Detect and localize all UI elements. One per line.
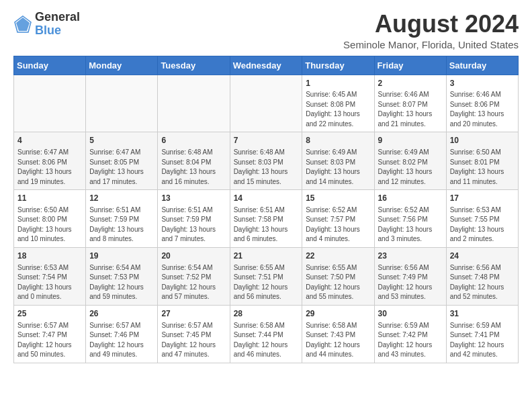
weekday-header-monday: Monday xyxy=(86,56,158,75)
calendar-cell: 11Sunrise: 6:50 AMSunset: 8:00 PMDayligh… xyxy=(14,190,86,248)
day-number: 6 xyxy=(161,135,226,146)
calendar-cell: 2Sunrise: 6:46 AMSunset: 8:07 PMDaylight… xyxy=(374,75,446,132)
calendar-cell: 18Sunrise: 6:53 AMSunset: 7:54 PMDayligh… xyxy=(14,247,86,305)
day-number: 4 xyxy=(17,135,82,146)
location-subtitle: Seminole Manor, Florida, United States xyxy=(343,39,519,50)
week-row-2: 4Sunrise: 6:47 AMSunset: 8:06 PMDaylight… xyxy=(14,132,519,190)
calendar-cell: 26Sunrise: 6:57 AMSunset: 7:46 PMDayligh… xyxy=(86,305,158,363)
logo: General Blue xyxy=(13,11,80,38)
day-number: 5 xyxy=(89,135,154,146)
day-info: Sunrise: 6:50 AMSunset: 8:00 PMDaylight:… xyxy=(17,205,82,244)
weekday-header-friday: Friday xyxy=(374,56,446,75)
day-info: Sunrise: 6:57 AMSunset: 7:46 PMDaylight:… xyxy=(89,321,154,360)
day-number: 7 xyxy=(234,135,299,146)
logo-text: General Blue xyxy=(35,11,80,38)
day-info: Sunrise: 6:46 AMSunset: 8:06 PMDaylight:… xyxy=(450,90,515,129)
day-number: 8 xyxy=(306,135,370,146)
day-number: 1 xyxy=(306,78,370,89)
calendar-cell: 9Sunrise: 6:49 AMSunset: 8:02 PMDaylight… xyxy=(374,132,446,190)
month-title: August 2024 xyxy=(343,11,519,38)
calendar-cell: 15Sunrise: 6:52 AMSunset: 7:57 PMDayligh… xyxy=(302,190,374,248)
weekday-header-thursday: Thursday xyxy=(302,56,374,75)
day-number: 11 xyxy=(17,193,82,204)
calendar-cell: 7Sunrise: 6:48 AMSunset: 8:03 PMDaylight… xyxy=(230,132,302,190)
calendar-cell: 4Sunrise: 6:47 AMSunset: 8:06 PMDaylight… xyxy=(14,132,86,190)
day-info: Sunrise: 6:59 AMSunset: 7:41 PMDaylight:… xyxy=(450,321,515,360)
day-number: 2 xyxy=(378,78,443,89)
day-info: Sunrise: 6:51 AMSunset: 7:59 PMDaylight:… xyxy=(89,205,154,244)
day-info: Sunrise: 6:54 AMSunset: 7:53 PMDaylight:… xyxy=(89,263,154,302)
calendar-cell: 25Sunrise: 6:57 AMSunset: 7:47 PMDayligh… xyxy=(14,305,86,363)
day-info: Sunrise: 6:47 AMSunset: 8:05 PMDaylight:… xyxy=(89,148,154,187)
page-header: General Blue August 2024 Seminole Manor,… xyxy=(13,11,519,50)
calendar-cell: 16Sunrise: 6:52 AMSunset: 7:56 PMDayligh… xyxy=(374,190,446,248)
calendar-cell xyxy=(14,75,86,132)
day-info: Sunrise: 6:58 AMSunset: 7:43 PMDaylight:… xyxy=(306,321,370,360)
calendar-cell: 20Sunrise: 6:54 AMSunset: 7:52 PMDayligh… xyxy=(158,247,230,305)
calendar-cell: 23Sunrise: 6:56 AMSunset: 7:49 PMDayligh… xyxy=(374,247,446,305)
day-number: 26 xyxy=(89,308,154,320)
day-number: 14 xyxy=(234,193,299,204)
day-info: Sunrise: 6:50 AMSunset: 8:01 PMDaylight:… xyxy=(450,148,515,187)
day-number: 23 xyxy=(378,250,443,262)
calendar-cell: 21Sunrise: 6:55 AMSunset: 7:51 PMDayligh… xyxy=(230,247,302,305)
day-info: Sunrise: 6:52 AMSunset: 7:56 PMDaylight:… xyxy=(378,205,443,244)
day-number: 20 xyxy=(161,250,226,262)
day-info: Sunrise: 6:55 AMSunset: 7:51 PMDaylight:… xyxy=(234,263,299,302)
logo-blue-text: Blue xyxy=(35,24,61,37)
day-number: 12 xyxy=(89,193,154,204)
day-number: 18 xyxy=(17,250,82,262)
calendar-cell: 10Sunrise: 6:50 AMSunset: 8:01 PMDayligh… xyxy=(446,132,518,190)
week-row-4: 18Sunrise: 6:53 AMSunset: 7:54 PMDayligh… xyxy=(14,247,519,305)
day-info: Sunrise: 6:59 AMSunset: 7:42 PMDaylight:… xyxy=(378,321,443,360)
day-info: Sunrise: 6:49 AMSunset: 8:03 PMDaylight:… xyxy=(306,148,370,187)
weekday-header-wednesday: Wednesday xyxy=(230,56,302,75)
weekday-header-row: SundayMondayTuesdayWednesdayThursdayFrid… xyxy=(14,56,519,75)
day-number: 28 xyxy=(234,308,299,320)
title-area: August 2024 Seminole Manor, Florida, Uni… xyxy=(343,11,519,50)
calendar-cell: 8Sunrise: 6:49 AMSunset: 8:03 PMDaylight… xyxy=(302,132,374,190)
day-info: Sunrise: 6:51 AMSunset: 7:58 PMDaylight:… xyxy=(234,205,299,244)
day-number: 16 xyxy=(378,193,443,204)
day-info: Sunrise: 6:57 AMSunset: 7:47 PMDaylight:… xyxy=(17,321,82,360)
day-info: Sunrise: 6:53 AMSunset: 7:54 PMDaylight:… xyxy=(17,263,82,302)
calendar-cell: 27Sunrise: 6:57 AMSunset: 7:45 PMDayligh… xyxy=(158,305,230,363)
calendar-cell xyxy=(86,75,158,132)
calendar-cell: 31Sunrise: 6:59 AMSunset: 7:41 PMDayligh… xyxy=(446,305,518,363)
calendar-cell xyxy=(230,75,302,132)
day-info: Sunrise: 6:46 AMSunset: 8:07 PMDaylight:… xyxy=(378,90,443,129)
calendar-cell: 6Sunrise: 6:48 AMSunset: 8:04 PMDaylight… xyxy=(158,132,230,190)
day-info: Sunrise: 6:58 AMSunset: 7:44 PMDaylight:… xyxy=(234,321,299,360)
calendar-cell: 13Sunrise: 6:51 AMSunset: 7:59 PMDayligh… xyxy=(158,190,230,248)
day-number: 9 xyxy=(378,135,443,146)
logo-general-text: General xyxy=(35,10,80,24)
calendar-cell: 3Sunrise: 6:46 AMSunset: 8:06 PMDaylight… xyxy=(446,75,518,132)
calendar-cell: 29Sunrise: 6:58 AMSunset: 7:43 PMDayligh… xyxy=(302,305,374,363)
day-info: Sunrise: 6:55 AMSunset: 7:50 PMDaylight:… xyxy=(306,263,370,302)
calendar-cell xyxy=(158,75,230,132)
calendar-cell: 28Sunrise: 6:58 AMSunset: 7:44 PMDayligh… xyxy=(230,305,302,363)
day-info: Sunrise: 6:52 AMSunset: 7:57 PMDaylight:… xyxy=(306,205,370,244)
day-number: 22 xyxy=(306,250,370,262)
day-number: 10 xyxy=(450,135,515,146)
calendar-cell: 5Sunrise: 6:47 AMSunset: 8:05 PMDaylight… xyxy=(86,132,158,190)
day-info: Sunrise: 6:49 AMSunset: 8:02 PMDaylight:… xyxy=(378,148,443,187)
calendar-cell: 22Sunrise: 6:55 AMSunset: 7:50 PMDayligh… xyxy=(302,247,374,305)
day-number: 3 xyxy=(450,78,515,89)
day-number: 17 xyxy=(450,193,515,204)
day-info: Sunrise: 6:48 AMSunset: 8:03 PMDaylight:… xyxy=(234,148,299,187)
day-info: Sunrise: 6:48 AMSunset: 8:04 PMDaylight:… xyxy=(161,148,226,187)
calendar-cell: 24Sunrise: 6:56 AMSunset: 7:48 PMDayligh… xyxy=(446,247,518,305)
day-info: Sunrise: 6:47 AMSunset: 8:06 PMDaylight:… xyxy=(17,148,82,187)
day-number: 30 xyxy=(378,308,443,320)
day-info: Sunrise: 6:45 AMSunset: 8:08 PMDaylight:… xyxy=(306,90,370,129)
day-info: Sunrise: 6:56 AMSunset: 7:49 PMDaylight:… xyxy=(378,263,443,302)
day-info: Sunrise: 6:56 AMSunset: 7:48 PMDaylight:… xyxy=(450,263,515,302)
week-row-5: 25Sunrise: 6:57 AMSunset: 7:47 PMDayligh… xyxy=(14,305,519,363)
calendar-cell: 19Sunrise: 6:54 AMSunset: 7:53 PMDayligh… xyxy=(86,247,158,305)
day-number: 19 xyxy=(89,250,154,262)
calendar-cell: 1Sunrise: 6:45 AMSunset: 8:08 PMDaylight… xyxy=(302,75,374,132)
calendar-cell: 30Sunrise: 6:59 AMSunset: 7:42 PMDayligh… xyxy=(374,305,446,363)
week-row-3: 11Sunrise: 6:50 AMSunset: 8:00 PMDayligh… xyxy=(14,190,519,248)
calendar-table: SundayMondayTuesdayWednesdayThursdayFrid… xyxy=(13,56,519,363)
